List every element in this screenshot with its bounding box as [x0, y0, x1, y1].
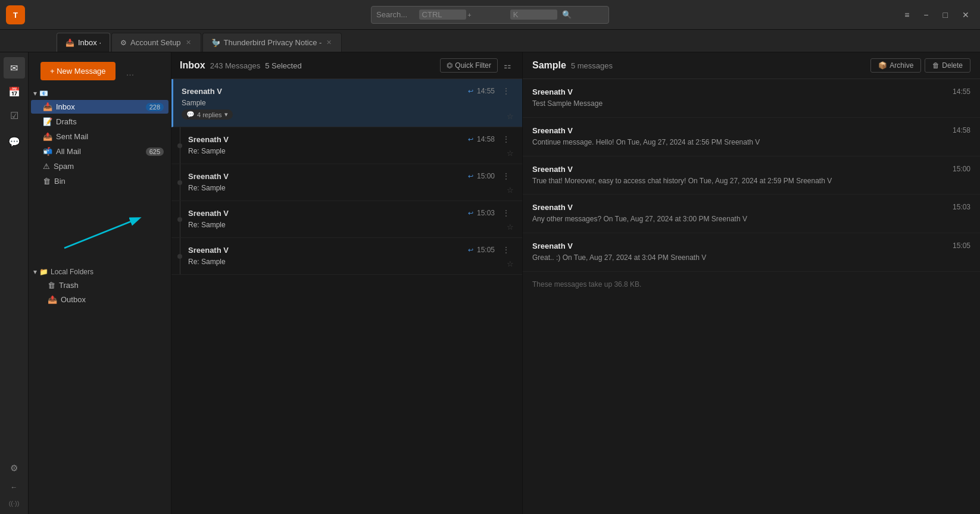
detail-message-2: Sreenath V 14:58 Continue message. Hello… — [523, 118, 980, 156]
wifi-icon: ((·)) — [9, 497, 20, 509]
sidebar-icon-calendar[interactable]: 📅 — [4, 81, 25, 102]
reply-icon-5: ↩ — [468, 246, 473, 254]
tab-account-setup-label: Account Setup — [130, 38, 181, 47]
message-count: 243 Messages — [210, 61, 261, 70]
collapse-sidebar-button[interactable]: ← — [7, 479, 21, 495]
account-expand-icon: ▾ — [33, 89, 37, 98]
allmail-icon: 📬 — [43, 147, 52, 156]
detail-time-3: 15:00 — [953, 165, 970, 174]
tab-privacy-label: Thunderbird Privacy Notice - — [224, 38, 322, 47]
message-subject-4: Re: Sample — [188, 221, 514, 229]
message-more-5[interactable]: ⋮ — [498, 244, 514, 256]
folder-item-bin[interactable]: 🗑 Bin — [31, 174, 168, 188]
local-folders-header[interactable]: ▾ 📁 Local Folders — [29, 266, 171, 278]
message-item-4[interactable]: Sreenath V ↩ 15:03 ⋮ Re: Sample ☆ — [171, 201, 522, 238]
star-icon-1[interactable]: ☆ — [507, 112, 514, 121]
settings-button[interactable]: ⚙ — [7, 459, 21, 477]
detail-time-2: 14:58 — [953, 126, 970, 135]
message-item-3[interactable]: Sreenath V ↩ 15:00 ⋮ Re: Sample ☆ — [171, 164, 522, 201]
tab-privacy[interactable]: 🦤 Thunderbird Privacy Notice - ✕ — [202, 33, 342, 52]
archive-button[interactable]: 📦 Archive — [870, 58, 921, 73]
message-list-panel: Inbox 243 Messages 5 Selected ⏣ Quick Fi… — [171, 52, 523, 514]
folder-item-drafts[interactable]: 📝 Drafts — [31, 115, 168, 128]
account-header[interactable]: ▾ 📧 — [29, 87, 171, 99]
folder-item-spam[interactable]: ⚠ Spam — [31, 159, 168, 173]
detail-time-5: 15:05 — [953, 242, 970, 250]
message-more-1[interactable]: ⋮ — [498, 85, 514, 97]
allmail-badge: 625 — [146, 148, 164, 156]
detail-time-1: 14:55 — [953, 87, 970, 96]
sidebar-icon-tasks[interactable]: ☑ — [4, 105, 25, 126]
trash-icon: 🗑 — [48, 281, 55, 290]
minimize-button[interactable]: − — [919, 8, 933, 22]
svg-text:T: T — [13, 11, 18, 20]
account-icon: 📧 — [39, 89, 48, 98]
quick-filter-button[interactable]: ⏣ Quick Filter — [440, 58, 498, 73]
folder-more-options[interactable]: … — [123, 67, 138, 79]
message-subject-2: Re: Sample — [188, 147, 514, 155]
folder-outbox-label: Outbox — [61, 295, 86, 304]
titlebar: T Search... CTRL + K 🔍 ≡ − □ ✕ — [0, 0, 980, 30]
spam-icon: ⚠ — [43, 162, 50, 171]
message-subject-5: Re: Sample — [188, 258, 514, 266]
reply-icon-4: ↩ — [468, 209, 473, 217]
folder-bin-label: Bin — [54, 177, 65, 186]
message-more-3[interactable]: ⋮ — [498, 170, 514, 182]
star-icon-4[interactable]: ☆ — [507, 222, 514, 231]
replies-chevron-1: ▾ — [224, 111, 228, 118]
search-plus: + — [467, 11, 509, 18]
detail-message-4: Sreenath V 15:03 Any other messages? On … — [523, 195, 980, 233]
message-more-4[interactable]: ⋮ — [498, 207, 514, 219]
delete-button[interactable]: 🗑 Delete — [925, 58, 970, 73]
filter-bar-icon: ⏣ — [447, 61, 452, 70]
tab-privacy-close[interactable]: ✕ — [325, 37, 333, 48]
folder-drafts-label: Drafts — [56, 117, 77, 126]
message-sender-1: Sreenath V — [182, 87, 222, 96]
tab-inbox[interactable]: 📥 Inbox · — [57, 33, 110, 52]
reply-icon-1: ↩ — [468, 87, 473, 95]
message-item-5[interactable]: Sreenath V ↩ 15:05 ⋮ Re: Sample ☆ — [171, 238, 522, 275]
star-icon-3[interactable]: ☆ — [507, 186, 514, 195]
message-item-2[interactable]: Sreenath V ↩ 14:58 ⋮ Re: Sample ☆ — [171, 127, 522, 164]
new-message-button[interactable]: + New Message — [40, 62, 116, 80]
message-sender-3: Sreenath V — [188, 172, 229, 181]
detail-panel: Sample 5 messages 📦 Archive 🗑 Delete Sre… — [523, 52, 980, 514]
search-input[interactable]: Search... CTRL + K 🔍 — [371, 6, 609, 24]
maximize-button[interactable]: □ — [938, 8, 953, 22]
menu-button[interactable]: ≡ — [900, 8, 914, 22]
close-button[interactable]: ✕ — [957, 8, 974, 22]
detail-body-3: True that! Moreover, easy to access chat… — [532, 176, 970, 186]
folder-item-sent[interactable]: 📤 Sent Mail — [31, 130, 168, 143]
thread-options-button[interactable]: ⚏ — [501, 58, 514, 73]
folder-allmail-label: All Mail — [56, 147, 81, 156]
detail-sender-5: Sreenath V — [532, 242, 573, 250]
folder-item-allmail[interactable]: 📬 All Mail 625 — [31, 145, 168, 158]
sidebar-icon-chat[interactable]: 💬 — [4, 131, 25, 152]
main-layout: ✉ 📅 ☑ 💬 ⚙ ← ((·)) + New Message … ▾ 📧 📥 … — [0, 52, 980, 514]
sidebar-icon-mail[interactable]: ✉ — [4, 57, 25, 79]
drafts-icon: 📝 — [43, 117, 52, 126]
detail-title: Sample — [532, 60, 566, 71]
replies-badge-1[interactable]: 💬 4 replies ▾ — [182, 109, 233, 120]
archive-label: Archive — [890, 61, 913, 70]
detail-body-4: Any other messages? On Tue, Aug 27, 2024… — [532, 214, 970, 224]
delete-icon: 🗑 — [932, 61, 940, 70]
folder-item-trash[interactable]: 🗑 Trash — [31, 278, 168, 292]
detail-message-3: Sreenath V 15:00 True that! Moreover, ea… — [523, 156, 980, 195]
detail-count: 5 messages — [571, 61, 613, 70]
message-item-1[interactable]: Sreenath V ↩ 14:55 ⋮ Sample 💬 4 replies … — [171, 79, 522, 127]
reply-icon-2: ↩ — [468, 136, 473, 143]
message-more-2[interactable]: ⋮ — [498, 133, 514, 145]
tab-account-setup-close[interactable]: ✕ — [185, 37, 192, 48]
star-icon-5[interactable]: ☆ — [507, 259, 514, 268]
detail-footer-text: These messages take up 36.8 KB. — [532, 280, 641, 289]
folder-item-outbox[interactable]: 📤 Outbox — [31, 293, 168, 306]
detail-header: Sample 5 messages 📦 Archive 🗑 Delete — [523, 52, 980, 79]
detail-time-4: 15:03 — [953, 203, 970, 212]
bin-icon: 🗑 — [43, 177, 51, 186]
folder-item-inbox[interactable]: 📥 Inbox 228 — [31, 100, 168, 114]
star-icon-2[interactable]: ☆ — [507, 149, 514, 158]
inbox-badge: 228 — [146, 103, 164, 111]
local-folders-icon: 📁 — [39, 268, 48, 276]
tab-account-setup[interactable]: ⚙ Account Setup ✕ — [111, 33, 201, 52]
